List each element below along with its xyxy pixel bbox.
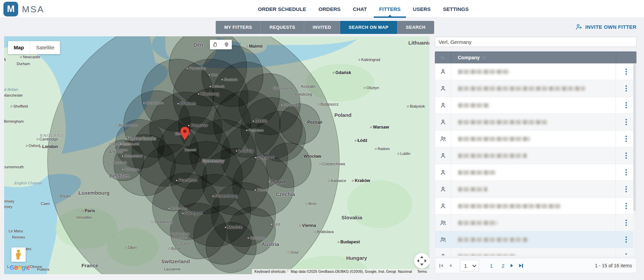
pager-next-button[interactable]: [511, 264, 513, 267]
tab-search-on-map[interactable]: SEARCH ON MAP: [340, 21, 397, 34]
google-logo-letter: g: [22, 264, 25, 271]
fitter-table-header: ↑↓ Company ↑↓: [435, 51, 636, 63]
fitter-row[interactable]: [435, 215, 636, 231]
pager-page-select[interactable]: 1: [460, 260, 479, 271]
google-logo-letter: o: [18, 264, 22, 271]
hand-tool-button[interactable]: [210, 40, 221, 49]
fitter-row[interactable]: [435, 248, 636, 256]
fitter-row[interactable]: [435, 114, 636, 131]
fitter-row[interactable]: [435, 181, 636, 198]
nav-item-settings[interactable]: SETTINGS: [443, 0, 469, 18]
nav-item-order-schedule[interactable]: ORDER SCHEDULE: [258, 0, 306, 18]
pegman-icon: [15, 249, 22, 260]
pager-last-button[interactable]: [519, 264, 523, 268]
blurred-company-name: [458, 221, 498, 225]
keyboard-shortcuts-link[interactable]: Keyboard shortcuts: [252, 269, 288, 274]
company-header-label: Company: [458, 55, 480, 60]
person-icon: [435, 68, 451, 75]
pan-control-button[interactable]: [414, 253, 429, 269]
company-cell: [451, 248, 616, 256]
icon-column-sort-header[interactable]: ↑↓: [435, 55, 451, 60]
pan-left-arrow-icon: [417, 259, 419, 263]
fitter-row[interactable]: [435, 231, 636, 248]
city-dot: [397, 153, 399, 155]
nav-item-orders[interactable]: ORDERS: [319, 0, 341, 18]
people-icon: [435, 219, 451, 226]
person-icon: [435, 253, 451, 256]
invite-own-fitter-button[interactable]: INVITE OWN FITTER: [575, 21, 636, 32]
person-icon: [435, 203, 451, 209]
map-type-map-button[interactable]: Map: [8, 41, 30, 54]
tab-invited[interactable]: INVITED: [304, 21, 340, 34]
google-logo[interactable]: Google: [10, 264, 30, 271]
table-scrollbar[interactable]: [633, 64, 636, 255]
coverage-circle: [228, 207, 276, 255]
fitter-row[interactable]: [435, 63, 636, 80]
forest-patch: [347, 180, 412, 228]
city-dot: [375, 148, 377, 150]
people-icon: [435, 236, 451, 243]
nav-item-fitters[interactable]: FITTERS: [379, 0, 401, 18]
pager-first-button[interactable]: [439, 264, 443, 268]
kebab-icon: [625, 236, 627, 243]
coverage-circle: [279, 104, 320, 145]
map-label-lublin: Lublin: [397, 151, 410, 156]
scrollbar-thumb[interactable]: [633, 64, 636, 211]
sort-icons: ↑↓: [482, 55, 486, 60]
kebab-icon: [625, 153, 627, 159]
map-label-poland: Poland: [334, 112, 351, 118]
map-data-attribution: Map data ©2025 GeoBasis-DE/BKG (©2009), …: [288, 269, 414, 274]
nav-item-chat[interactable]: CHAT: [353, 0, 367, 18]
app-logo-letter: M: [7, 4, 15, 14]
main-nav: ORDER SCHEDULEORDERSCHATFITTERSUSERSSETT…: [258, 0, 469, 18]
google-logo-letter: o: [14, 264, 18, 271]
fitter-table-body: [435, 63, 636, 256]
person-icon: [435, 152, 451, 159]
company-cell: [451, 147, 616, 164]
blurred-company-name: [458, 204, 561, 208]
kebab-icon: [625, 253, 627, 256]
tab-search[interactable]: SEARCH: [397, 21, 434, 34]
map-attribution: Keyboard shortcuts Map data ©2025 GeoBas…: [252, 269, 429, 274]
pan-down-arrow-icon: [420, 264, 424, 266]
city-dot: [352, 180, 354, 182]
brand-name: MSA: [22, 4, 44, 15]
hand-icon: [213, 42, 218, 47]
company-cell: [451, 215, 616, 231]
pegman-control[interactable]: [11, 247, 26, 262]
tab-my-fitters[interactable]: MY FITTERS: [216, 21, 261, 34]
pin-tool-button[interactable]: [221, 40, 232, 49]
fitter-row[interactable]: [435, 198, 636, 215]
company-cell: [451, 97, 616, 113]
company-cell: [451, 114, 616, 130]
google-logo-letter: e: [27, 264, 30, 271]
person-icon: [435, 186, 451, 193]
company-column-header[interactable]: Company ↑↓: [451, 51, 616, 63]
fitter-row[interactable]: [435, 164, 636, 181]
app: M MSA ORDER SCHEDULEORDERSCHATFITTERSUSE…: [0, 0, 644, 280]
blurred-company-name: [458, 120, 547, 124]
pager-page-1[interactable]: 1: [490, 263, 493, 269]
nav-item-users[interactable]: USERS: [413, 0, 431, 18]
person-icon: [435, 169, 451, 176]
fitter-row[interactable]: [435, 131, 636, 147]
map-type-satellite-button[interactable]: Satellite: [30, 41, 60, 54]
fitter-row[interactable]: [435, 80, 636, 97]
blurred-company-name: [458, 154, 527, 158]
terms-link[interactable]: Terms: [415, 269, 429, 274]
map-marker[interactable]: [180, 126, 190, 142]
map-label-bia-ystok: Białystok: [407, 104, 425, 108]
fitter-row[interactable]: [435, 147, 636, 164]
location-search-input[interactable]: [435, 37, 636, 47]
city-dot: [407, 106, 409, 107]
app-logo[interactable]: M: [3, 2, 18, 16]
fitter-row[interactable]: [435, 97, 636, 114]
tab-requests[interactable]: REQUESTS: [261, 21, 304, 34]
pager-page-select-value: 1: [464, 263, 467, 269]
fitters-tabbar: MY FITTERSREQUESTSINVITEDSEARCH ON MAPSE…: [216, 21, 434, 34]
google-map[interactable]: United KingdomENGLANDGreat BritainEnglis…: [4, 36, 429, 274]
pager-prev-button[interactable]: [449, 264, 452, 267]
blurred-company-name: [458, 254, 516, 256]
pager-page-2[interactable]: 2: [502, 263, 504, 269]
coverage-circle: [266, 143, 311, 188]
